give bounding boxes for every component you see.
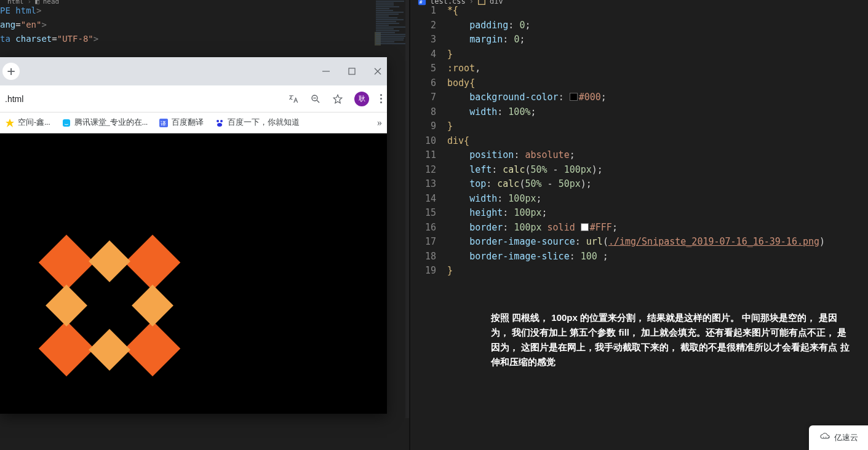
bookmark-item[interactable]: 百度一下，你就知道	[215, 117, 300, 128]
omnibox[interactable]: .html	[2, 94, 288, 104]
line-number: 19	[410, 264, 436, 278]
code-area-left[interactable]: PE html>ang="en">ta charset="UTF-8">	[0, 2, 409, 46]
bookmark-label: 百度一下，你就知道	[228, 117, 300, 128]
explanation-text: 按照 四根线， 100px 的位置来分割， 结果就是这样的图片。 中间那块是空的…	[491, 310, 850, 369]
translate-icon[interactable]	[288, 93, 299, 105]
browser-toolbar: .html 耿	[0, 85, 387, 112]
line-number: 7	[410, 90, 436, 105]
svg-marker-11	[6, 119, 14, 127]
code-line[interactable]: margin: 0;	[447, 33, 868, 47]
code-line[interactable]: div{	[447, 134, 868, 149]
code-line[interactable]: border-image-slice: 100 ;	[447, 250, 868, 264]
baidu-translate-icon: 译	[159, 118, 169, 128]
code-line[interactable]: background-color: #000;	[447, 90, 868, 105]
code-line[interactable]: height: 100px;	[447, 206, 868, 221]
line-number: 14	[410, 192, 436, 207]
bookmark-label: 百度翻译	[172, 117, 204, 128]
code-line[interactable]: ta charset="UTF-8">	[0, 32, 409, 46]
close-icon[interactable]	[373, 67, 382, 76]
line-number-gutter: 12345678910111213141516171819	[410, 4, 447, 278]
code-line[interactable]: ang="en">	[0, 18, 409, 32]
code-line[interactable]: }	[447, 264, 868, 278]
border-image-demo	[48, 244, 171, 367]
line-number: 10	[410, 134, 436, 149]
line-number: 8	[410, 105, 436, 120]
code-line[interactable]: padding: 0;	[447, 18, 868, 33]
bookmark-item[interactable]: 译百度翻译	[159, 117, 204, 128]
code-line[interactable]: }	[447, 119, 868, 134]
line-number: 5	[410, 61, 436, 76]
titlebar[interactable]: +	[0, 57, 387, 85]
svg-point-18	[823, 437, 824, 438]
code-line[interactable]: width: 100%;	[447, 105, 868, 120]
diamond-edge	[89, 329, 130, 371]
cloud-icon	[819, 432, 832, 443]
svg-line-8	[317, 100, 319, 103]
tencent-icon	[62, 118, 71, 128]
code-line[interactable]: PE html>	[0, 4, 409, 18]
browser-window: + .html 耿 空间-鑫...腾讯课堂_专业的在...译百度翻译百度一下，你…	[0, 57, 387, 414]
page-viewport	[0, 133, 387, 414]
profile-avatar[interactable]: 耿	[354, 92, 369, 106]
code-line[interactable]: width: 100px;	[447, 192, 868, 207]
code-line[interactable]: position: absolute;	[447, 148, 868, 163]
bookmark-item[interactable]: 腾讯课堂_专业的在...	[62, 117, 148, 128]
bookmark-item[interactable]: 空间-鑫...	[5, 117, 50, 128]
svg-rect-4	[349, 68, 355, 74]
code-line[interactable]: *{	[447, 4, 868, 18]
svg-point-17	[217, 123, 222, 127]
code-line[interactable]: border-image-source: url(./img/Snipaste_…	[447, 235, 868, 250]
color-swatch-icon[interactable]	[570, 93, 578, 101]
svg-marker-10	[333, 95, 342, 103]
baidu-icon	[215, 118, 225, 128]
code-line[interactable]: }	[447, 47, 868, 62]
watermark-badge[interactable]: 亿速云	[809, 425, 868, 450]
code-line[interactable]: body{	[447, 76, 868, 91]
code-line[interactable]: border: 100px solid #FFF;	[447, 221, 868, 235]
line-number: 18	[410, 250, 436, 264]
maximize-icon[interactable]	[348, 67, 356, 76]
code-line[interactable]: left: calc(50% - 100px);	[447, 163, 868, 178]
line-number: 2	[410, 18, 436, 33]
svg-text:译: 译	[161, 120, 166, 127]
diamond-edge	[89, 240, 130, 282]
line-number: 4	[410, 47, 436, 62]
line-number: 11	[410, 148, 436, 163]
breadcrumb-item[interactable]: head	[43, 0, 60, 6]
bookmark-label: 空间-鑫...	[18, 117, 50, 128]
scrollbar[interactable]	[859, 2, 868, 445]
diamond-edge	[132, 285, 173, 326]
diamond-corner	[125, 321, 181, 377]
line-number: 3	[410, 33, 436, 47]
diamond-corner	[39, 321, 95, 377]
svg-point-16	[220, 120, 223, 122]
bookmark-label: 腾讯课堂_专业的在...	[74, 117, 148, 128]
color-swatch-icon[interactable]	[581, 223, 589, 231]
star-icon[interactable]	[332, 93, 343, 105]
code-line[interactable]: :root,	[447, 61, 868, 76]
kebab-menu-icon[interactable]	[380, 94, 382, 103]
bookmarks-overflow-button[interactable]: »	[377, 117, 382, 128]
svg-point-19	[825, 437, 826, 438]
right-editor-pane: # test.css › div 12345678910111213141516…	[410, 0, 868, 450]
line-number: 17	[410, 235, 436, 250]
code-area-right[interactable]: 12345678910111213141516171819 *{ padding…	[410, 2, 868, 278]
line-number: 6	[410, 76, 436, 91]
bookmarks-bar: 空间-鑫...腾讯课堂_专业的在...译百度翻译百度一下，你就知道»	[0, 112, 387, 133]
svg-rect-12	[63, 119, 70, 127]
watermark-text: 亿速云	[834, 432, 858, 443]
svg-point-15	[217, 120, 219, 122]
line-number: 16	[410, 221, 436, 235]
line-number: 13	[410, 177, 436, 192]
new-tab-button[interactable]: +	[2, 63, 20, 80]
line-number: 15	[410, 206, 436, 221]
diamond-corner	[39, 235, 95, 291]
zoom-out-icon[interactable]	[310, 93, 321, 105]
code-line[interactable]: top: calc(50% - 50px);	[447, 177, 868, 192]
line-number: 9	[410, 119, 436, 134]
diamond-corner	[125, 235, 181, 291]
line-number: 12	[410, 163, 436, 178]
qzone-icon	[5, 118, 15, 128]
svg-point-20	[827, 437, 829, 438]
minimize-icon[interactable]	[322, 67, 330, 76]
